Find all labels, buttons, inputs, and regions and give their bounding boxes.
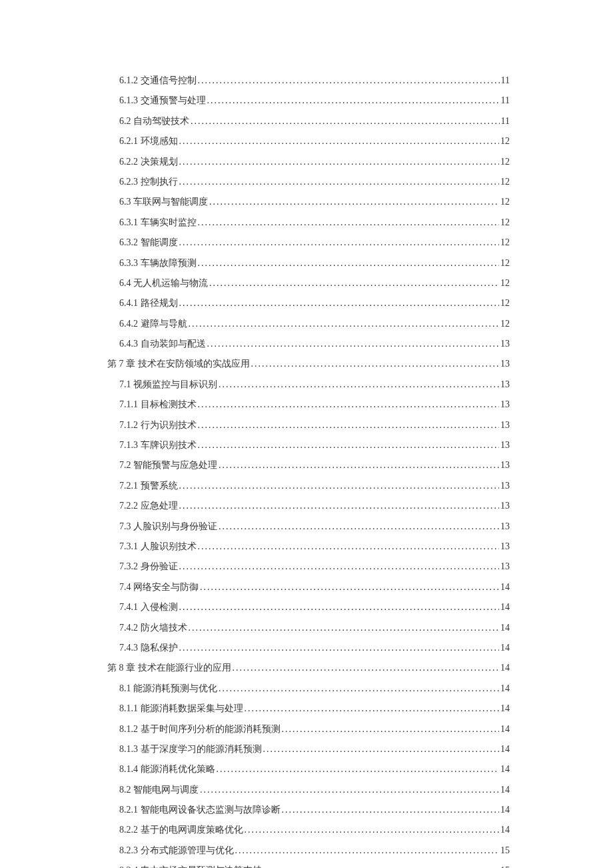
toc-title: 6.2.1 环境感知 [119, 134, 178, 149]
table-of-contents: 6.1.2 交通信号控制116.1.3 交通预警与处理116.2 自动驾驶技术1… [110, 73, 510, 868]
toc-page-number: 14 [500, 823, 510, 837]
toc-entry[interactable]: 8.1.1 能源消耗数据采集与处理14 [119, 701, 510, 716]
toc-page-number: 12 [500, 317, 510, 331]
toc-title: 7.2 智能预警与应急处理 [119, 458, 217, 473]
toc-leader-dots [219, 458, 499, 473]
toc-title: 7.2.2 应急处理 [119, 499, 178, 513]
toc-page-number: 12 [500, 215, 510, 230]
toc-entry[interactable]: 8.1.3 基于深度学习的能源消耗预测14 [119, 742, 510, 757]
toc-entry[interactable]: 7.1.1 目标检测技术13 [119, 397, 510, 412]
toc-entry[interactable]: 6.2.3 控制执行12 [119, 175, 510, 189]
toc-page-number: 13 [500, 418, 510, 433]
toc-title: 7.4.2 防火墙技术 [119, 621, 187, 635]
toc-entry[interactable]: 8.1.4 能源消耗优化策略14 [119, 762, 510, 777]
toc-leader-dots [200, 580, 499, 595]
toc-entry[interactable]: 7.3.1 人脸识别技术13 [119, 539, 510, 554]
toc-entry[interactable]: 7.4.3 隐私保护14 [119, 641, 510, 655]
toc-page-number: 14 [500, 701, 510, 716]
toc-leader-dots [207, 337, 500, 351]
toc-page-number: 14 [500, 762, 510, 777]
toc-page-number: 15 [500, 843, 510, 858]
toc-title: 6.3.1 车辆实时监控 [119, 215, 197, 230]
toc-page-number: 14 [500, 621, 510, 635]
toc-leader-dots [179, 479, 500, 493]
toc-page-number: 14 [500, 803, 510, 817]
toc-leader-dots [179, 559, 500, 574]
toc-leader-dots [209, 195, 499, 209]
toc-entry[interactable]: 8.2.4 电力市场交易预测与决策支持15 [119, 863, 510, 868]
toc-entry[interactable]: 7.4.1 入侵检测14 [119, 600, 510, 615]
toc-entry[interactable]: 7.2.1 预警系统13 [119, 479, 510, 493]
toc-entry[interactable]: 8.2.2 基于的电网调度策略优化14 [119, 823, 510, 837]
toc-leader-dots [179, 235, 500, 250]
toc-title: 6.2.2 决策规划 [119, 155, 178, 169]
toc-page-number: 12 [500, 134, 510, 149]
toc-page-number: 12 [500, 195, 510, 209]
toc-entry[interactable]: 6.2.1 环境感知12 [119, 134, 510, 149]
toc-entry[interactable]: 7.4.2 防火墙技术14 [119, 621, 510, 635]
toc-page-number: 13 [500, 377, 510, 392]
toc-entry[interactable]: 7.2.2 应急处理13 [119, 499, 510, 513]
toc-entry[interactable]: 6.4.1 路径规划12 [119, 296, 510, 311]
toc-entry[interactable]: 6.3.1 车辆实时监控12 [119, 215, 510, 230]
toc-entry[interactable]: 6.3.2 智能调度12 [119, 235, 510, 250]
toc-leader-dots [263, 863, 500, 868]
toc-entry[interactable]: 8.1.2 基于时间序列分析的能源消耗预测14 [119, 722, 510, 737]
toc-page-number: 14 [500, 681, 510, 696]
toc-title: 7.1 视频监控与目标识别 [119, 377, 217, 392]
toc-leader-dots [179, 134, 500, 149]
toc-entry[interactable]: 6.4.3 自动装卸与配送13 [119, 337, 510, 351]
toc-page-number: 12 [500, 256, 510, 271]
toc-title: 6.4.3 自动装卸与配送 [119, 337, 206, 351]
toc-page-number: 13 [500, 479, 510, 493]
toc-entry[interactable]: 6.1.2 交通信号控制11 [119, 73, 510, 88]
toc-title: 8.1 能源消耗预测与优化 [119, 681, 217, 696]
toc-entry[interactable]: 6.4 无人机运输与物流12 [119, 276, 510, 291]
toc-leader-dots [217, 762, 500, 777]
toc-entry[interactable]: 6.3.3 车辆故障预测12 [119, 256, 510, 271]
toc-leader-dots [179, 175, 500, 189]
toc-leader-dots [263, 742, 500, 757]
toc-entry[interactable]: 6.1.3 交通预警与处理11 [119, 93, 510, 108]
toc-entry[interactable]: 8.2.3 分布式能源管理与优化15 [119, 843, 510, 858]
toc-leader-dots [233, 661, 500, 675]
toc-entry[interactable]: 7.1 视频监控与目标识别13 [119, 377, 510, 392]
toc-title: 6.1.3 交通预警与处理 [119, 93, 206, 108]
toc-leader-dots [219, 519, 499, 534]
toc-entry[interactable]: 第 7 章 技术在安防领域的实战应用13 [107, 357, 510, 371]
toc-title: 8.2 智能电网与调度 [119, 783, 199, 797]
toc-leader-dots [191, 114, 500, 129]
toc-entry[interactable]: 6.2.2 决策规划12 [119, 155, 510, 169]
toc-leader-dots [200, 783, 499, 797]
toc-page-number: 14 [500, 600, 510, 615]
toc-title: 8.1.4 能源消耗优化策略 [119, 762, 215, 777]
toc-leader-dots [245, 823, 500, 837]
toc-leader-dots [179, 641, 500, 655]
toc-entry[interactable]: 7.3 人脸识别与身份验证13 [119, 519, 510, 534]
toc-entry[interactable]: 6.4.2 避障与导航12 [119, 317, 510, 331]
toc-page-number: 14 [500, 661, 510, 675]
toc-page-number: 14 [500, 641, 510, 655]
toc-leader-dots [198, 73, 500, 88]
toc-entry[interactable]: 8.2.1 智能电网设备状态监测与故障诊断14 [119, 803, 510, 817]
toc-entry[interactable]: 7.3.2 身份验证13 [119, 559, 510, 574]
toc-entry[interactable]: 7.2 智能预警与应急处理13 [119, 458, 510, 473]
toc-entry[interactable]: 6.2 自动驾驶技术11 [119, 114, 510, 129]
toc-page-number: 12 [500, 155, 510, 169]
toc-page-number: 11 [501, 114, 510, 129]
toc-entry[interactable]: 7.1.3 车牌识别技术13 [119, 438, 510, 453]
toc-entry[interactable]: 8.2 智能电网与调度14 [119, 783, 510, 797]
toc-page-number: 13 [500, 438, 510, 453]
toc-title: 8.1.2 基于时间序列分析的能源消耗预测 [119, 722, 281, 737]
toc-leader-dots [245, 701, 500, 716]
toc-entry[interactable]: 7.1.2 行为识别技术13 [119, 418, 510, 433]
toc-page-number: 13 [500, 458, 510, 473]
toc-entry[interactable]: 第 8 章 技术在能源行业的应用14 [107, 661, 510, 675]
toc-title: 8.2.2 基于的电网调度策略优化 [119, 823, 243, 837]
toc-entry[interactable]: 6.3 车联网与智能调度12 [119, 195, 510, 209]
toc-page-number: 13 [500, 539, 510, 554]
toc-leader-dots [179, 499, 500, 513]
toc-entry[interactable]: 7.4 网络安全与防御14 [119, 580, 510, 595]
toc-entry[interactable]: 8.1 能源消耗预测与优化14 [119, 681, 510, 696]
toc-page-number: 12 [500, 296, 510, 311]
